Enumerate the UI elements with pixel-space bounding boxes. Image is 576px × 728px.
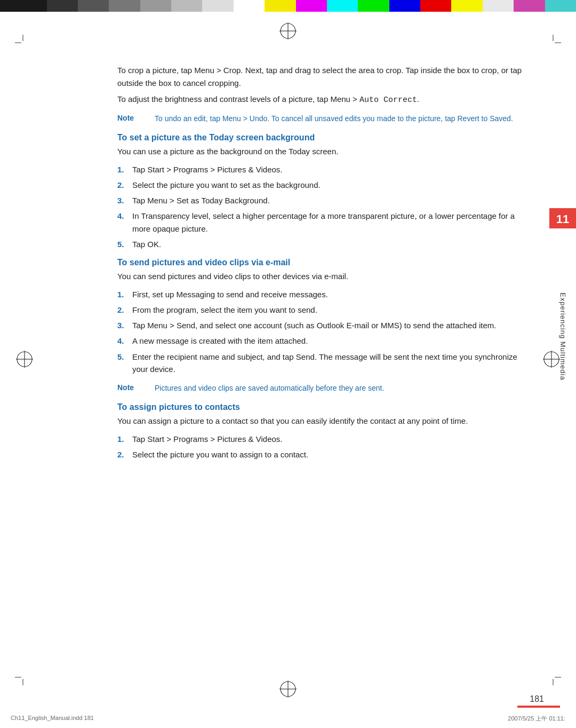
section1-heading: To set a picture as the Today screen bac… [117, 133, 533, 143]
reg-mark-bottom [278, 679, 298, 699]
step-text: Select the picture you want to set as th… [132, 179, 533, 191]
step-number: 2. [117, 448, 132, 461]
step-text: A new message is created with the item a… [132, 335, 533, 347]
list-item: 2.Select the picture you want to assign … [117, 448, 533, 461]
section2-steps: 1.First, set up Messaging to send and re… [117, 288, 533, 376]
section2-intro: You can send pictures and video clips to… [117, 271, 533, 283]
corner-mark-br [545, 669, 561, 685]
note-block-1: Note To undo an edit, tap Menu > Undo. T… [117, 113, 533, 124]
step-number: 3. [117, 319, 132, 331]
step-number: 4. [117, 210, 132, 235]
list-item: 1.Tap Start > Programs > Pictures & Vide… [117, 163, 533, 176]
section1-intro: You can use a picture as the background … [117, 146, 533, 158]
step-text: Tap Start > Programs > Pictures & Videos… [132, 433, 533, 445]
step-number: 1. [117, 433, 132, 445]
step-text: Enter the recipient name and subject, an… [132, 351, 533, 376]
list-item: 5.Tap OK. [117, 238, 533, 250]
list-item: 5.Enter the recipient name and subject, … [117, 351, 533, 376]
section2-heading: To send pictures and video clips via e-m… [117, 258, 533, 267]
step-text: From the program, select the item you wa… [132, 304, 533, 316]
list-item: 3.Tap Menu > Send, and select one accoun… [117, 319, 533, 331]
step-number: 2. [117, 179, 132, 191]
section3-steps: 1.Tap Start > Programs > Pictures & Vide… [117, 433, 533, 461]
page-number: 181 [530, 694, 544, 704]
section3-intro: You can assign a picture to a contact so… [117, 415, 533, 428]
intro-para1: To crop a picture, tap Menu > Crop. Next… [117, 64, 533, 90]
list-item: 4.A new message is created with the item… [117, 335, 533, 347]
note-text-1: To undo an edit, tap Menu > Undo. To can… [155, 113, 533, 124]
step-text: Tap Menu > Send, and select one account … [132, 319, 533, 331]
step-number: 4. [117, 335, 132, 347]
corner-mark-bl [15, 669, 31, 685]
list-item: 2.Select the picture you want to set as … [117, 179, 533, 191]
note-block-2: Note Pictures and video clips are saved … [117, 383, 533, 394]
step-number: 5. [117, 238, 132, 250]
list-item: 1.First, set up Messaging to send and re… [117, 288, 533, 300]
chapter-label: Experiencing Multimedia [549, 224, 576, 448]
section3-heading: To assign pictures to contacts [117, 402, 533, 412]
step-number: 1. [117, 163, 132, 176]
step-text: First, set up Messaging to send and rece… [132, 288, 533, 300]
section1-steps: 1.Tap Start > Programs > Pictures & Vide… [117, 163, 533, 251]
step-text: In Transparency level, select a higher p… [132, 210, 533, 235]
step-number: 5. [117, 351, 132, 376]
reg-mark-top [278, 21, 298, 41]
step-text: Tap OK. [132, 238, 533, 250]
color-bar [0, 0, 576, 12]
list-item: 4.In Transparency level, select a higher… [117, 210, 533, 235]
list-item: 1.Tap Start > Programs > Pictures & Vide… [117, 433, 533, 445]
corner-mark-tr [545, 35, 561, 51]
step-number: 3. [117, 194, 132, 207]
reg-mark-left [15, 350, 34, 369]
intro-para2: To adjust the brightness and contrast le… [117, 93, 533, 107]
step-number: 1. [117, 288, 132, 300]
bottom-info: Ch11_English_Manual.indd 181 2007/5/25 上… [11, 715, 565, 723]
page-number-underline [517, 706, 560, 708]
bottom-info-right: 2007/5/25 上午 01:11: [508, 715, 565, 723]
note-label-2: Note [117, 383, 155, 392]
step-text: Tap Start > Programs > Pictures & Videos… [132, 163, 533, 176]
bottom-info-left: Ch11_English_Manual.indd 181 [11, 715, 94, 723]
note-label-1: Note [117, 114, 155, 122]
intro-block: To crop a picture, tap Menu > Crop. Next… [117, 64, 533, 107]
step-number: 2. [117, 304, 132, 316]
list-item: 2.From the program, select the item you … [117, 304, 533, 316]
corner-mark-tl [15, 35, 31, 51]
main-content: To crop a picture, tap Menu > Crop. Next… [117, 64, 533, 675]
list-item: 3.Tap Menu > Set as Today Background. [117, 194, 533, 207]
step-text: Tap Menu > Set as Today Background. [132, 194, 533, 207]
note-text-2: Pictures and video clips are saved autom… [155, 383, 533, 394]
step-text: Select the picture you want to assign to… [132, 448, 533, 461]
